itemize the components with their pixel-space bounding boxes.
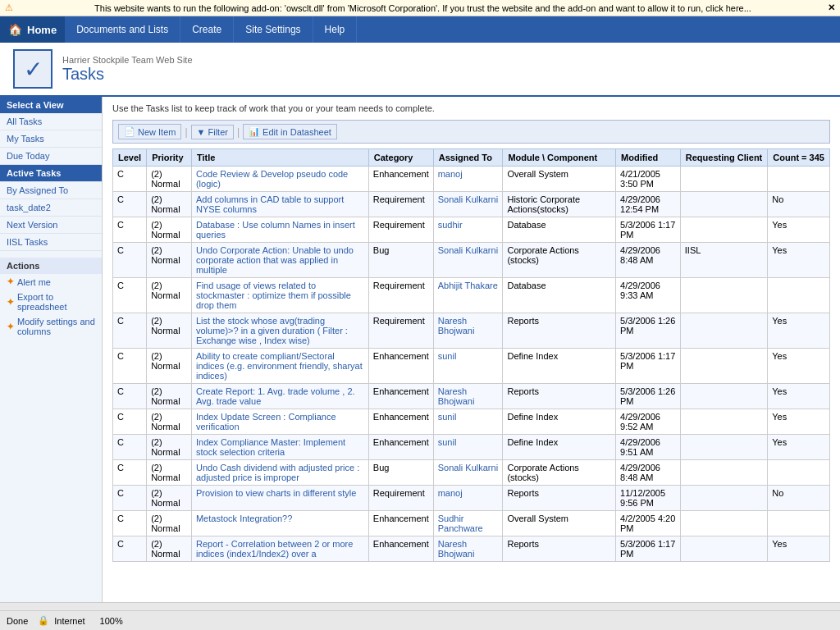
col-client: Requesting Client xyxy=(680,149,768,167)
edit-datasheet-button[interactable]: 📊 Edit in Datasheet xyxy=(243,124,337,139)
cell-module: Reports xyxy=(503,536,616,562)
sidebar-item-due-today[interactable]: Due Today xyxy=(0,148,102,165)
nav-item-site-settings[interactable]: Site Settings xyxy=(234,16,313,43)
notification-close-button[interactable]: ✕ xyxy=(828,2,835,13)
cell-assigned[interactable]: Sonali Kulkarni xyxy=(433,243,503,278)
sidebar-action-alert[interactable]: ✦ Alert me xyxy=(0,274,102,290)
content-area: Use the Tasks list to keep track of work… xyxy=(103,97,840,602)
nav-home-label[interactable]: Home xyxy=(27,24,57,36)
sidebar-item-next-version[interactable]: Next Version xyxy=(0,217,102,234)
nav-bar: 🏠 Home Documents and Lists Create Site S… xyxy=(0,16,840,43)
table-row: C(2) NormalDatabase : Use column Names i… xyxy=(113,217,830,243)
cell-title[interactable]: Code Review & Develop pseudo code (logic… xyxy=(191,167,368,192)
cell-assigned[interactable]: Sonali Kulkarni xyxy=(433,192,503,217)
cell-priority: (2) Normal xyxy=(147,460,192,486)
cell-client xyxy=(680,486,768,511)
plus-icon-export: ✦ xyxy=(7,297,14,308)
cell-assigned[interactable]: manoj xyxy=(433,167,503,192)
cell-module: Database xyxy=(503,278,616,313)
cell-title[interactable]: List the stock whose avg(trading volume)… xyxy=(191,313,368,349)
cell-modified: 4/29/2006 8:48 AM xyxy=(616,243,681,278)
cell-assigned[interactable]: Sonali Kulkarni xyxy=(433,460,503,486)
site-name: Harrier Stockpile Team Web Site xyxy=(62,55,193,65)
cell-level: C xyxy=(113,349,147,384)
nav-item-documents[interactable]: Documents and Lists xyxy=(65,16,180,43)
home-icon: 🏠 xyxy=(8,23,22,36)
cell-client xyxy=(680,167,768,192)
toolbar: 📄 New Item | ▼ Filter | 📊 Edit in Datash… xyxy=(112,120,830,144)
cell-level: C xyxy=(113,313,147,349)
cell-title[interactable]: Create Report: 1. Avg. trade volume , 2.… xyxy=(191,384,368,409)
cell-assigned[interactable]: sunil xyxy=(433,349,503,384)
sidebar-item-active-tasks[interactable]: Active Tasks xyxy=(0,165,102,182)
cell-assigned[interactable]: Naresh Bhojwani xyxy=(433,536,503,562)
col-modified: Modified xyxy=(616,149,681,167)
cell-level: C xyxy=(113,409,147,435)
cell-assigned[interactable]: sunil xyxy=(433,409,503,435)
cell-module: Database xyxy=(503,217,616,243)
cell-title[interactable]: Add columns in CAD table to support NYSE… xyxy=(191,192,368,217)
cell-category: Requirement xyxy=(368,217,433,243)
cell-assigned[interactable]: Naresh Bhojwani xyxy=(433,384,503,409)
cell-title[interactable]: Undo Cash dividend with adjusted price :… xyxy=(191,460,368,486)
cell-assigned[interactable]: manoj xyxy=(433,486,503,511)
filter-label: Filter xyxy=(208,127,227,137)
sidebar-item-by-assigned-to[interactable]: By Assigned To xyxy=(0,182,102,199)
cell-category: Enhancement xyxy=(368,349,433,384)
cell-category: Requirement xyxy=(368,486,433,511)
table-row: C(2) NormalAdd columns in CAD table to s… xyxy=(113,192,830,217)
cell-included: No xyxy=(768,486,830,511)
cell-included xyxy=(768,511,830,536)
sidebar-item-my-tasks[interactable]: My Tasks xyxy=(0,130,102,148)
cell-module: Corporate Actions (stocks) xyxy=(503,243,616,278)
cell-assigned[interactable]: Sudhir Panchware xyxy=(433,511,503,536)
new-item-button[interactable]: 📄 New Item xyxy=(118,124,181,139)
nav-item-create[interactable]: Create xyxy=(180,16,234,43)
sidebar-item-all-tasks[interactable]: All Tasks xyxy=(0,113,102,130)
col-assigned-to: Assigned To xyxy=(433,149,503,167)
cell-assigned[interactable]: sudhir xyxy=(433,217,503,243)
cell-client xyxy=(680,384,768,409)
status-bar: Done 🔒 Internet 100% xyxy=(0,610,840,615)
cell-modified: 4/29/2006 9:33 AM xyxy=(616,278,681,313)
cell-included: Yes xyxy=(768,384,830,409)
cell-included: Yes xyxy=(768,217,830,243)
sidebar: Select a View All Tasks My Tasks Due Tod… xyxy=(0,97,103,602)
sidebar-action-export[interactable]: ✦ Export to spreadsheet xyxy=(0,290,102,314)
cell-title[interactable]: Ability to create compliant/Sectoral ind… xyxy=(191,349,368,384)
toolbar-sep-2: | xyxy=(237,126,240,138)
sidebar-item-iisl-tasks[interactable]: IISL Tasks xyxy=(0,234,102,251)
cell-priority: (2) Normal xyxy=(147,486,192,511)
sidebar-item-task-date2[interactable]: task_date2 xyxy=(0,199,102,217)
nav-item-help[interactable]: Help xyxy=(313,16,358,43)
cell-client xyxy=(680,217,768,243)
cell-module: Reports xyxy=(503,384,616,409)
actions-title: Actions xyxy=(0,258,102,274)
cell-title[interactable]: Undo Corporate Action: Unable to undo co… xyxy=(191,243,368,278)
cell-assigned[interactable]: Abhijit Thakare xyxy=(433,278,503,313)
plus-icon-alert: ✦ xyxy=(7,276,14,287)
cell-modified: 4/29/2006 9:52 AM xyxy=(616,409,681,435)
cell-title[interactable]: Index Compliance Master: Implement stock… xyxy=(191,435,368,460)
cell-title[interactable]: Find usage of views related to stockmast… xyxy=(191,278,368,313)
cell-title[interactable]: Provision to view charts in different st… xyxy=(191,486,368,511)
cell-title[interactable]: Report - Correlation between 2 or more i… xyxy=(191,536,368,562)
page-header: ✓ Harrier Stockpile Team Web Site Tasks xyxy=(0,43,840,97)
cell-client xyxy=(680,278,768,313)
cell-assigned[interactable]: Naresh Bhojwani xyxy=(433,313,503,349)
cell-priority: (2) Normal xyxy=(147,313,192,349)
sidebar-action-modify[interactable]: ✦ Modify settings and columns xyxy=(0,314,102,339)
sidebar-action-export-label: Export to spreadsheet xyxy=(17,292,95,312)
filter-button[interactable]: ▼ Filter xyxy=(191,125,234,139)
cell-title[interactable]: Index Update Screen : Compliance verific… xyxy=(191,409,368,435)
cell-assigned[interactable]: sunil xyxy=(433,435,503,460)
edit-datasheet-icon: 📊 xyxy=(249,126,260,137)
cell-level: C xyxy=(113,167,147,192)
cell-included: No xyxy=(768,192,830,217)
cell-title[interactable]: Metastock Integration?? xyxy=(191,511,368,536)
sidebar-action-modify-label: Modify settings and columns xyxy=(17,317,95,336)
cell-modified: 4/29/2006 9:51 AM xyxy=(616,435,681,460)
cell-modified: 4/2/2005 4:20 PM xyxy=(616,511,681,536)
cell-category: Bug xyxy=(368,243,433,278)
cell-title[interactable]: Database : Use column Names in insert qu… xyxy=(191,217,368,243)
